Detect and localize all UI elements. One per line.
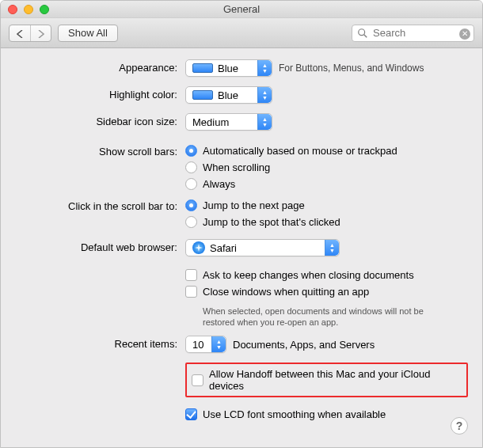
checkbox-icon xyxy=(185,408,197,420)
show-all-button[interactable]: Show All xyxy=(58,25,118,42)
svg-marker-2 xyxy=(195,244,203,252)
ask-keep-changes-checkbox[interactable]: Ask to keep changes when closing documen… xyxy=(185,269,414,281)
safari-icon xyxy=(192,241,205,254)
chevron-left-icon xyxy=(17,30,24,38)
content-area: Appearance: Blue ▲▼ For Buttons, Menus, … xyxy=(1,48,482,446)
scrollbars-whenscrolling-radio[interactable]: When scrolling xyxy=(185,161,397,173)
handoff-highlight-box: Allow Handoff between this Mac and your … xyxy=(185,363,468,397)
highlight-popup[interactable]: Blue ▲▼ xyxy=(185,86,272,104)
back-button[interactable] xyxy=(10,25,30,42)
scrollbars-auto-radio[interactable]: Automatically based on mouse or trackpad xyxy=(185,145,397,157)
radio-icon xyxy=(185,199,197,211)
popup-arrows-icon: ▲▼ xyxy=(325,240,339,256)
radio-label: Automatically based on mouse or trackpad xyxy=(203,145,397,157)
checkbox-icon xyxy=(185,269,197,281)
checkbox-label: Ask to keep changes when closing documen… xyxy=(203,269,414,281)
scrollbars-always-radio[interactable]: Always xyxy=(185,178,397,190)
chevron-right-icon xyxy=(37,30,44,38)
radio-icon xyxy=(185,178,197,190)
minimize-window-button[interactable] xyxy=(24,5,33,14)
popup-arrows-icon: ▲▼ xyxy=(257,114,272,130)
recent-items-hint: Documents, Apps, and Servers xyxy=(233,339,375,351)
checkbox-icon xyxy=(192,374,203,386)
scrollclick-spot-radio[interactable]: Jump to the spot that's clicked xyxy=(185,216,340,228)
nav-segmented xyxy=(9,25,51,42)
highlight-value: Blue xyxy=(218,89,238,101)
recent-items-popup[interactable]: 10 ▲▼ xyxy=(185,336,226,353)
checkbox-label: Use LCD font smoothing when available xyxy=(203,408,386,420)
checkbox-label: Close windows when quitting an app xyxy=(203,286,369,298)
toolbar: Show All ✕ xyxy=(1,18,482,48)
search-icon xyxy=(357,28,368,39)
zoom-window-button[interactable] xyxy=(40,5,49,14)
appearance-popup[interactable]: Blue ▲▼ xyxy=(185,59,272,77)
close-windows-note: When selected, open documents and window… xyxy=(203,306,456,328)
recent-items-label: Recent items: xyxy=(15,336,185,353)
popup-arrows-icon: ▲▼ xyxy=(257,60,272,76)
traffic-lights xyxy=(8,5,49,14)
close-window-button[interactable] xyxy=(8,5,17,14)
radio-label: Always xyxy=(203,178,235,190)
radio-label: When scrolling xyxy=(203,161,270,173)
default-browser-popup[interactable]: Safari ▲▼ xyxy=(185,239,340,256)
svg-point-0 xyxy=(359,28,365,35)
appearance-label: Appearance: xyxy=(15,59,185,77)
browser-label: Default web browser: xyxy=(15,239,185,256)
blue-swatch-icon xyxy=(192,63,213,73)
scrollclick-nextpage-radio[interactable]: Jump to the next page xyxy=(185,199,340,211)
sidebar-size-popup[interactable]: Medium ▲▼ xyxy=(185,113,272,131)
popup-arrows-icon: ▲▼ xyxy=(211,336,226,352)
sidebar-size-label: Sidebar icon size: xyxy=(15,113,185,131)
titlebar: General xyxy=(1,1,482,18)
clear-search-button[interactable]: ✕ xyxy=(459,28,470,40)
search-input[interactable] xyxy=(371,26,458,40)
close-windows-checkbox[interactable]: Close windows when quitting an app xyxy=(185,286,369,298)
radio-icon xyxy=(185,145,197,157)
radio-icon xyxy=(185,161,197,173)
radio-label: Jump to the next page xyxy=(203,199,305,211)
highlight-label: Highlight color: xyxy=(15,86,185,104)
help-button[interactable]: ? xyxy=(451,417,468,435)
checkbox-label: Allow Handoff between this Mac and your … xyxy=(209,368,462,392)
radio-icon xyxy=(185,216,197,228)
window-title: General xyxy=(1,3,482,15)
scrollclick-label: Click in the scroll bar to: xyxy=(15,198,185,215)
blue-swatch-icon xyxy=(192,90,213,100)
radio-label: Jump to the spot that's clicked xyxy=(203,216,340,228)
lcd-font-smoothing-checkbox[interactable]: Use LCD font smoothing when available xyxy=(185,408,386,420)
forward-button[interactable] xyxy=(30,25,51,42)
search-field-wrapper: ✕ xyxy=(352,25,474,42)
appearance-value: Blue xyxy=(218,63,238,74)
handoff-checkbox[interactable]: Allow Handoff between this Mac and your … xyxy=(192,368,462,392)
preferences-window: General Show All ✕ Appearance: xyxy=(0,0,483,448)
recent-items-value: 10 xyxy=(192,339,203,351)
appearance-hint: For Buttons, Menus, and Windows xyxy=(279,63,424,74)
scrollbars-label: Show scroll bars: xyxy=(15,143,185,161)
checkbox-icon xyxy=(185,286,197,298)
browser-value: Safari xyxy=(210,242,237,254)
svg-line-1 xyxy=(364,34,367,37)
popup-arrows-icon: ▲▼ xyxy=(257,87,272,103)
sidebar-size-value: Medium xyxy=(192,116,229,128)
